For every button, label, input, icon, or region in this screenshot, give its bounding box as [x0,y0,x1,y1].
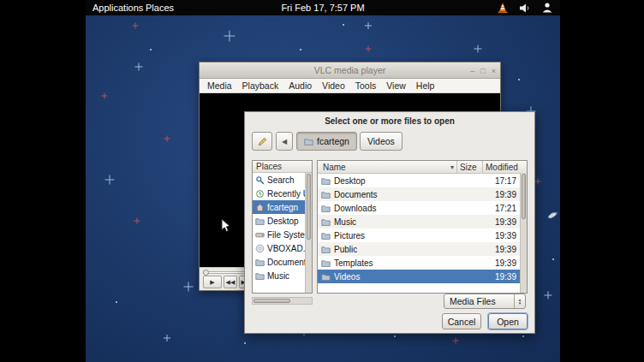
path-button-fcartegn[interactable]: fcartegn [296,132,357,151]
places-header[interactable]: Places [253,161,312,173]
scrollbar-thumb[interactable] [307,174,311,240]
vlc-menu-help[interactable]: Help [411,79,440,93]
file-row-downloads[interactable]: Downloads17:21 [318,201,527,215]
vlc-menu-playback[interactable]: Playback [237,79,284,93]
file-modified: 19:39 [475,245,520,254]
vlc-window-title: VLC media player [200,62,500,79]
file-row-public[interactable]: Public19:39 [318,242,527,256]
file-modified: 19:39 [475,231,520,240]
place-item-recently-u[interactable]: Recently U... [253,187,312,200]
file-type-filter[interactable]: Media Files ▴▾ [444,294,526,309]
place-item-music[interactable]: Music [253,269,312,282]
file-row-pictures[interactable]: Pictures19:39 [318,228,527,242]
places-scrollbar[interactable] [305,173,312,293]
place-item-documents[interactable]: Documents [253,255,312,269]
user-icon[interactable] [541,2,553,14]
star [394,335,396,337]
file-modified: 17:21 [475,204,520,213]
scrollbar-thumb[interactable] [522,174,526,219]
folder-icon [255,217,265,226]
system-tray [498,0,553,15]
desktop: Applications Places Fri Feb 17, 7:57 PM [86,0,560,362]
dialog-actions: Cancel Open [442,313,528,329]
places-hscrollbar[interactable] [252,297,313,305]
file-name-label: Public [334,245,357,254]
type-filename-button[interactable] [252,132,272,151]
file-name: Templates [318,258,450,268]
top-panel: Applications Places Fri Feb 17, 7:57 PM [86,0,560,15]
files-scrollbar[interactable] [520,173,527,293]
place-label: Music [267,271,289,281]
sort-arrow-icon: ▾ [450,163,456,171]
back-button[interactable]: ◀ [276,132,293,151]
folder-icon [321,245,331,254]
star [552,258,554,260]
place-item-search[interactable]: Search [253,173,312,187]
column-header-size[interactable]: Size [456,161,482,173]
clock[interactable]: Fri Feb 17, 7:57 PM [281,0,364,15]
star [522,335,524,337]
files-header: Name ▾ Size Modified [318,161,527,174]
file-row-videos[interactable]: Videos19:39 [318,270,527,283]
folder-icon [321,204,331,213]
star [518,79,520,80]
applications-menu[interactable]: Applications [87,0,148,15]
file-name-label: Documents [334,190,378,199]
place-item-file-system[interactable]: File System [253,228,312,241]
place-item-fcartegn[interactable]: fcartegn [253,200,312,214]
file-name: Public [318,245,450,254]
vlc-cone-icon[interactable] [498,2,508,14]
combo-spinner-icon[interactable]: ▴▾ [514,294,525,308]
vlc-menu-audio[interactable]: Audio [283,79,317,93]
file-row-templates[interactable]: Templates19:39 [318,256,527,270]
volume-icon[interactable] [519,3,530,14]
star [244,342,246,344]
vlc-titlebar[interactable]: VLC media player – □ × [200,62,500,79]
file-row-documents[interactable]: Documents19:39 [318,187,527,201]
path-label: fcartegn [317,136,349,146]
maximize-icon[interactable]: □ [480,67,485,75]
minimize-icon[interactable]: – [470,67,474,75]
star [150,49,152,50]
dialog-title[interactable]: Select one or more files to open [245,116,534,126]
places-pane: Places SearchRecently U...fcartegnDeskto… [252,160,313,294]
vlc-menu-tools[interactable]: Tools [350,79,382,93]
place-item-desktop[interactable]: Desktop [253,214,312,228]
file-row-desktop[interactable]: Desktop17:17 [318,174,527,187]
file-name-label: Desktop [334,176,366,186]
vlc-menu-media[interactable]: Media [202,79,237,93]
file-name: Downloads [318,204,450,213]
vlc-menubar: MediaPlaybackAudioVideoToolsViewHelp [200,79,500,93]
desktop-object-icon [546,209,560,223]
cancel-button[interactable]: Cancel [442,313,481,329]
file-modified: 19:39 [475,272,520,282]
file-modified: 17:17 [475,176,520,186]
file-name-label: Templates [334,258,373,268]
files-list: Desktop17:17Documents19:39Downloads17:21… [318,174,527,283]
place-label: Desktop [267,217,299,226]
folder-icon [321,272,331,282]
scrollbar-thumb[interactable] [253,299,290,303]
seek-handle[interactable] [203,270,209,276]
drive-icon [255,230,265,240]
vlc-menu-view[interactable]: View [381,79,411,93]
file-modified: 19:39 [475,217,520,227]
vlc-menu-video[interactable]: Video [317,79,350,93]
filter-value: Media Files [444,296,514,306]
play-icon[interactable]: ▶ [203,276,222,288]
previous-icon[interactable]: ◀◀ [224,276,237,288]
folder-icon [304,137,313,146]
folder-icon [321,190,331,199]
column-header-modified[interactable]: Modified [482,161,527,173]
star [116,301,117,303]
folder-icon [321,258,331,268]
files-pane: Name ▾ Size Modified Desktop17:17Documen… [317,160,528,294]
file-row-music[interactable]: Music19:39 [318,215,527,228]
close-icon[interactable]: × [492,67,496,75]
places-menu[interactable]: Places [140,0,179,15]
open-button[interactable]: Open [488,313,528,329]
star [343,24,344,26]
path-button-videos[interactable]: Videos [360,132,402,151]
place-item-vboxad[interactable]: VBOXAD... [253,241,312,255]
column-header-name[interactable]: Name ▾ [318,163,456,172]
